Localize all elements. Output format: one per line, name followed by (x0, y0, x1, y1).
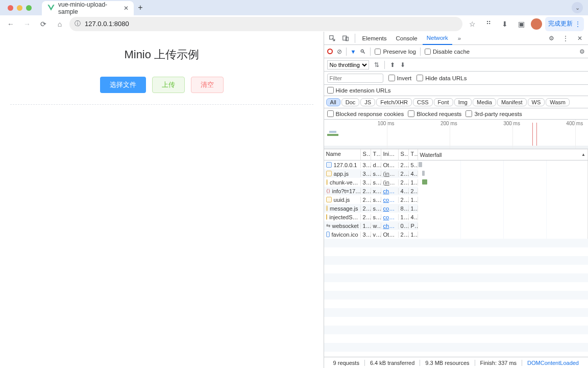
back-button[interactable]: ← (4, 17, 17, 31)
home-button[interactable]: ⌂ (53, 17, 66, 31)
network-conditions-icon[interactable]: ⇅ (374, 61, 379, 68)
window-maximize[interactable] (26, 5, 32, 11)
tab-console[interactable]: Console (391, 32, 421, 45)
new-tab-button[interactable]: + (134, 3, 147, 12)
blocked-cookies-check[interactable]: Blocked response cookies (327, 110, 404, 117)
chip-all[interactable]: All (326, 98, 340, 106)
filter-row-3: Blocked response cookies Blocked request… (324, 108, 588, 120)
filter-input[interactable] (327, 74, 383, 83)
table-row[interactable]: 127.0.0.13…d…Other2…5… (324, 160, 588, 169)
throttling-select[interactable]: No throttling (327, 60, 369, 70)
table-row[interactable]: message.js2…s…cont…8…1… (324, 204, 588, 213)
table-row[interactable]: favicon.ico3…v…Other2…1… (324, 230, 588, 239)
table-header[interactable]: Name S… T… Initia… S… T… Waterfall▲ (324, 149, 588, 160)
devtools-kebab-icon[interactable]: ⋮ (559, 32, 572, 44)
profile-avatar[interactable] (531, 18, 542, 30)
col-waterfall[interactable]: Waterfall▲ (418, 149, 588, 160)
hide-ext-urls-check[interactable]: Hide extension URLs (327, 87, 391, 94)
websocket-icon: ⇆ (326, 223, 330, 228)
chrome-top: vue-minio-upload-sample ✕ + ⌄ ← → ⟳ ⌂ ⓘ … (0, 0, 588, 32)
inspect-element-icon[interactable] (326, 32, 338, 44)
record-icon[interactable] (327, 49, 333, 54)
more-tabs-icon[interactable]: » (453, 32, 465, 44)
blocked-requests-check[interactable]: Blocked requests (408, 110, 461, 117)
chip-wasm[interactable]: Wasm (546, 98, 570, 106)
downloads-icon[interactable]: ⬇ (498, 17, 511, 31)
invert-check[interactable]: Invert (388, 75, 412, 81)
update-chrome-button[interactable]: 完成更新 ⋮ (545, 17, 584, 31)
devtools-panel: Elements Console Network » ⚙ ⋮ ✕ ⊘ ▼ 🔍︎ … (324, 32, 588, 368)
table-row[interactable]: ⇆websocket1…w…chun…0 BP… (324, 221, 588, 230)
doc-file-icon (326, 162, 332, 168)
site-info-icon[interactable]: ⓘ (75, 19, 81, 28)
col-time[interactable]: T… (409, 149, 418, 160)
js-file-icon (326, 214, 328, 220)
table-row[interactable]: app.js3…s…(inde…2…4… (324, 169, 588, 178)
traffic-lights (8, 5, 32, 11)
tabs-dropdown-icon[interactable]: ⌄ (572, 2, 583, 13)
xhr-icon: ⟨⟩ (326, 188, 330, 194)
devtools-tab-strip: Elements Console Network » ⚙ ⋮ ✕ (324, 32, 588, 45)
tab-elements[interactable]: Elements (358, 32, 391, 45)
table-row[interactable]: uuid.js2…s…cont…2…1… (324, 195, 588, 204)
overview-tick: 300 ms (503, 121, 520, 126)
url-text: 127.0.0.1:8080 (85, 20, 129, 28)
filter-icon[interactable]: ▼ (351, 49, 356, 55)
overview-tick: 400 ms (566, 121, 583, 126)
chip-css[interactable]: CSS (413, 98, 433, 106)
preserve-log-check[interactable]: Preserve log (375, 49, 416, 55)
tab-close-icon[interactable]: ✕ (124, 5, 129, 12)
choose-file-button[interactable]: 选择文件 (100, 77, 146, 93)
export-har-icon[interactable]: ⬇ (400, 61, 405, 68)
status-finish: Finish: 337 ms (475, 360, 523, 366)
table-row[interactable]: injectedS…2…s…cont…1…4… (324, 213, 588, 221)
chip-ws[interactable]: WS (528, 98, 545, 106)
chip-js[interactable]: JS (360, 98, 375, 106)
bookmark-icon[interactable]: ☆ (465, 17, 479, 31)
col-initiator[interactable]: Initia… (381, 149, 399, 160)
import-har-icon[interactable]: ⬆ (390, 61, 395, 68)
browser-tab[interactable]: vue-minio-upload-sample ✕ (42, 1, 134, 15)
network-settings-icon[interactable]: ⚙ (579, 48, 585, 55)
col-type[interactable]: T… (371, 149, 381, 160)
status-resources: 9.3 MB resources (420, 360, 475, 366)
js-file-icon (326, 179, 328, 185)
tab-network[interactable]: Network (423, 32, 452, 45)
disable-cache-check[interactable]: Disable cache (425, 49, 470, 55)
chip-media[interactable]: Media (473, 98, 496, 106)
col-size[interactable]: S… (399, 149, 409, 160)
window-close[interactable] (8, 5, 13, 11)
tab-strip: vue-minio-upload-sample ✕ + ⌄ (0, 0, 588, 15)
page-title: Minio 上传示例 (10, 47, 313, 62)
window-minimize[interactable] (17, 5, 22, 11)
network-toolbar-1: ⊘ ▼ 🔍︎ Preserve log Disable cache ⚙ (324, 45, 588, 58)
network-overview[interactable]: 100 ms200 ms300 ms400 ms (324, 120, 588, 149)
table-row[interactable]: ⟨⟩info?t=17…2…xhrchun…4…2… (324, 187, 588, 195)
devtools-close-icon[interactable]: ✕ (574, 32, 586, 44)
col-name[interactable]: Name (324, 149, 361, 160)
table-row[interactable]: chunk-ve…3…s…(inde…2…1… (324, 178, 588, 187)
reload-button[interactable]: ⟳ (37, 17, 50, 31)
page-content: Minio 上传示例 选择文件 上传 清空 (0, 32, 324, 368)
device-toolbar-icon[interactable] (339, 32, 352, 44)
chip-font[interactable]: Font (434, 98, 453, 106)
clear-button[interactable]: 清空 (191, 77, 224, 93)
third-party-check[interactable]: 3rd-party requests (465, 110, 522, 117)
vue-favicon-icon (47, 4, 55, 12)
hide-data-urls-check[interactable]: Hide data URLs (416, 75, 467, 81)
chip-fetchxhr[interactable]: Fetch/XHR (376, 98, 412, 106)
chip-img[interactable]: Img (454, 98, 472, 106)
sort-asc-icon: ▲ (581, 152, 585, 157)
extensions-icon[interactable]: ⠛ (482, 17, 495, 31)
network-table: Name S… T… Initia… S… T… Waterfall▲ 127.… (324, 149, 588, 357)
search-icon[interactable]: 🔍︎ (360, 49, 366, 55)
upload-button[interactable]: 上传 (152, 77, 185, 93)
omnibox[interactable]: ⓘ 127.0.0.1:8080 (69, 17, 462, 31)
sidepanel-icon[interactable]: ▣ (514, 17, 528, 31)
devtools-settings-icon[interactable]: ⚙ (545, 32, 557, 44)
clear-icon[interactable]: ⊘ (337, 48, 342, 55)
col-status[interactable]: S… (361, 149, 371, 160)
chip-doc[interactable]: Doc (341, 98, 360, 106)
chip-manifest[interactable]: Manifest (497, 98, 527, 106)
js-file-icon (326, 197, 332, 202)
